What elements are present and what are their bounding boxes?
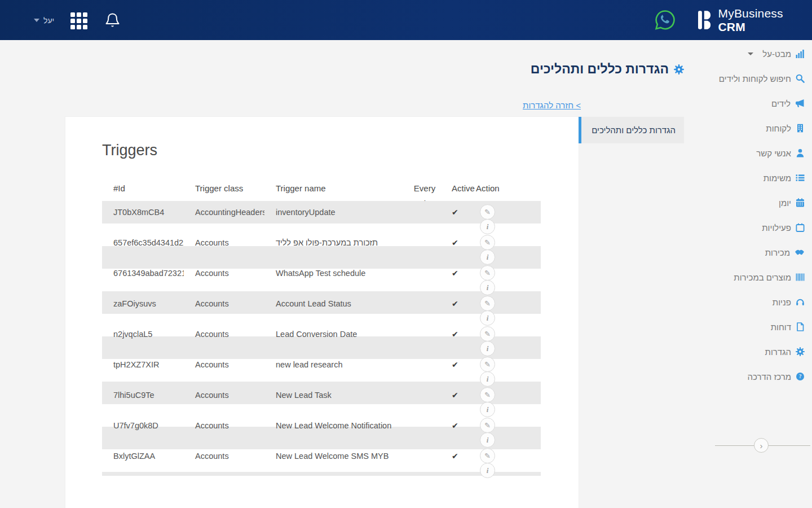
- cell-action: ✎ i: [466, 262, 541, 269]
- calendar-icon: [796, 198, 805, 207]
- sidebar-item-training-center[interactable]: ? מרכז הדרכה: [710, 364, 812, 389]
- cell-trigger-name: Account Lead Status: [264, 292, 400, 308]
- trigger-info-button[interactable]: i: [480, 280, 495, 295]
- sidebar-item-sales[interactable]: מכירות: [710, 240, 812, 265]
- cell-id: 6761349abad7232197cd: [102, 262, 184, 278]
- info-icon: i: [487, 222, 489, 231]
- cell-trigger-class: Accounts: [184, 353, 264, 369]
- edit-trigger-button[interactable]: ✎: [480, 296, 495, 311]
- pencil-icon: ✎: [484, 330, 491, 338]
- edit-trigger-button[interactable]: ✎: [480, 387, 495, 402]
- table-row: zaFOiysuvs Accounts Account Lead Status …: [102, 292, 541, 323]
- sidebar-item-contacts[interactable]: אנשי קשר: [710, 141, 812, 165]
- sidebar-item-activities[interactable]: פעילויות: [710, 215, 812, 240]
- sidebar-item-products-in-sales[interactable]: מוצרים במכירות: [710, 265, 812, 290]
- sidebar-item-label: אנשי קשר: [756, 148, 791, 158]
- edit-trigger-button[interactable]: ✎: [480, 357, 495, 372]
- cell-id: 657ef6c35d4341d2268b: [102, 231, 184, 247]
- edit-trigger-button[interactable]: ✎: [480, 448, 495, 463]
- svg-text:?: ?: [799, 374, 802, 379]
- cell-active: ✔: [438, 201, 466, 217]
- back-to-settings-link[interactable]: > חזרה להגדרות: [523, 100, 581, 110]
- chevron-right-icon: ›: [760, 441, 763, 450]
- sidebar-item-settings[interactable]: הגדרות: [710, 339, 812, 364]
- table-row: n2jvqclaL5 Accounts Lead Conversion Date…: [102, 323, 541, 353]
- trigger-info-button[interactable]: i: [480, 371, 495, 387]
- trigger-info-button[interactable]: i: [480, 310, 495, 326]
- check-icon: ✔: [452, 360, 458, 369]
- logo-mark-icon: [698, 11, 713, 29]
- edit-trigger-button[interactable]: ✎: [480, 418, 495, 433]
- cell-id: 7lhi5uC9Te: [102, 384, 184, 400]
- table-row: tpH2XZ7XIR Accounts new lead research ✔ …: [102, 353, 541, 384]
- sidebar-item-search-customers-leads[interactable]: חיפוש לקוחות ולידים: [710, 66, 812, 91]
- gear-icon: [796, 347, 805, 356]
- cell-active: ✔: [438, 292, 466, 308]
- info-icon: i: [487, 375, 489, 383]
- document-icon: [796, 322, 805, 331]
- trigger-info-button[interactable]: i: [480, 219, 495, 234]
- cell-trigger-name: New Lead Task: [264, 384, 400, 400]
- apps-grid-icon[interactable]: [70, 12, 87, 29]
- notifications-bell-icon[interactable]: [105, 12, 120, 31]
- edit-trigger-button[interactable]: ✎: [480, 235, 495, 250]
- whatsapp-icon[interactable]: [655, 10, 676, 30]
- sidebar-item-customers[interactable]: לקוחות: [710, 116, 812, 141]
- tab-label: הגדרות כללים ותהליכים: [592, 125, 676, 135]
- sidebar-menu: מבט-על חיפוש לקוחות ולידים לידים: [710, 40, 812, 389]
- tab-rules-and-processes[interactable]: הגדרות כללים ותהליכים: [579, 117, 684, 143]
- table-row: BxlytGlZAA Accounts New Lead Welcome SMS…: [102, 445, 541, 475]
- edit-trigger-button[interactable]: ✎: [480, 326, 495, 341]
- cell-trigger-name: תזכורת במערכת-פולו אפ לליד: [264, 231, 400, 247]
- trigger-info-button[interactable]: i: [480, 432, 495, 448]
- person-icon: [796, 148, 805, 157]
- edit-trigger-button[interactable]: ✎: [480, 265, 495, 281]
- column-header-trigger-class: Trigger class: [184, 181, 264, 201]
- user-menu[interactable]: יעל: [34, 0, 54, 40]
- cell-action: ✎ i: [466, 384, 541, 391]
- pencil-icon: ✎: [484, 360, 491, 369]
- cell-action: ✎ i: [466, 231, 541, 239]
- sidebar-item-reports[interactable]: דוחות: [710, 314, 812, 339]
- sidebar-item-label: פניות: [773, 297, 791, 307]
- sidebar-item-inquiries[interactable]: פניות: [710, 290, 812, 314]
- check-icon: ✔: [452, 269, 458, 278]
- task-list-icon: [796, 173, 805, 182]
- mybusiness-crm-logo[interactable]: MyBusiness CRM: [698, 0, 812, 40]
- table-row: U7fv7g0k8D Accounts New Lead Welcome Not…: [102, 414, 541, 445]
- sidebar-item-leads[interactable]: לידים: [710, 91, 812, 116]
- sidebar-item-label: פעילויות: [762, 223, 791, 233]
- cell-trigger-class: AccountingHeaders: [184, 201, 264, 217]
- sidebar-item-overview[interactable]: מבט-על: [710, 41, 812, 66]
- trigger-info-button[interactable]: i: [480, 463, 495, 478]
- calendar-outline-icon: [796, 223, 805, 232]
- trigger-info-button[interactable]: i: [480, 402, 495, 417]
- pencil-icon: ✎: [484, 452, 491, 460]
- column-header-every-update: Every update: [400, 181, 438, 201]
- table-row: 657ef6c35d4341d2268b Accounts תזכורת במע…: [102, 231, 541, 262]
- info-icon: i: [487, 283, 489, 292]
- sidebar-item-tasks[interactable]: משימות: [710, 165, 812, 190]
- info-icon: i: [487, 436, 489, 444]
- check-icon: ✔: [452, 208, 458, 217]
- barcode-icon: [796, 273, 805, 282]
- cell-trigger-class: Accounts: [184, 292, 264, 308]
- triggers-table-header: #Id Trigger class Trigger name Every upd…: [102, 181, 541, 201]
- cell-action: ✎ i: [466, 414, 541, 422]
- top-navbar: יעל MyBusiness CRM: [0, 0, 812, 40]
- cell-every-update: [400, 292, 438, 300]
- cell-trigger-name: New Lead Welcome SMS MYB: [264, 445, 400, 461]
- cell-active: ✔: [438, 414, 466, 430]
- column-header-action: Action: [466, 181, 541, 201]
- edit-trigger-button[interactable]: ✎: [480, 204, 495, 220]
- chevron-down-icon: [34, 19, 39, 22]
- cell-active: ✔: [438, 231, 466, 247]
- sidebar-item-label: מוצרים במכירות: [734, 273, 791, 282]
- sidebar-item-calendar[interactable]: יומן: [710, 190, 812, 215]
- trigger-info-button[interactable]: i: [480, 249, 495, 265]
- sidebar-collapse-button[interactable]: ›: [754, 438, 769, 453]
- trigger-info-button[interactable]: i: [480, 341, 495, 356]
- building-icon: [796, 124, 805, 133]
- info-icon: i: [487, 253, 489, 261]
- triggers-panel: Triggers #Id Trigger class Trigger name …: [65, 117, 579, 508]
